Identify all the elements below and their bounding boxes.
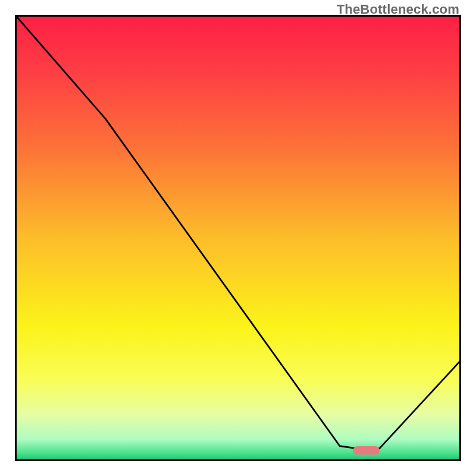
chart-frame: TheBottleneck.com bbox=[0, 0, 476, 476]
chart-svg bbox=[17, 17, 459, 459]
plot-area bbox=[15, 15, 461, 461]
background-gradient bbox=[17, 17, 459, 459]
optimal-marker bbox=[353, 446, 380, 455]
